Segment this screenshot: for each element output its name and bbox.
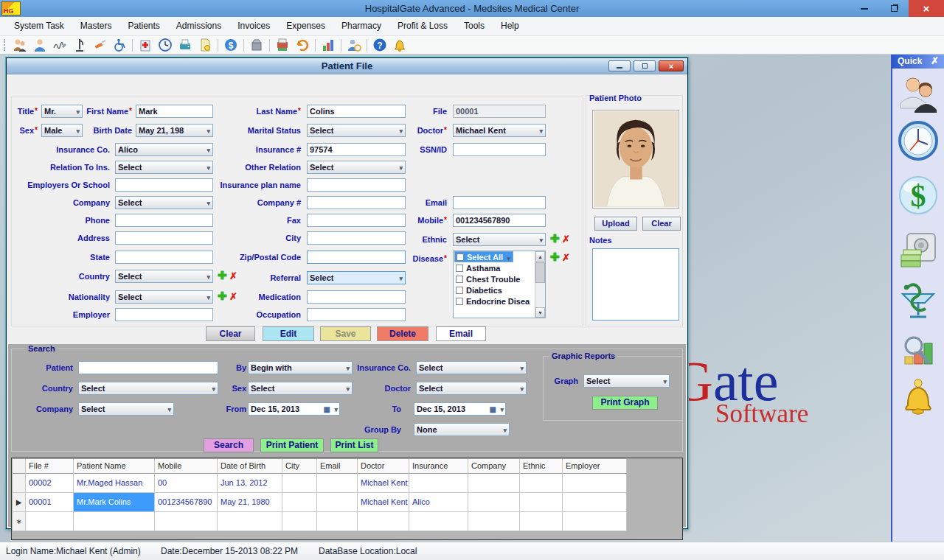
grid-cell-empty[interactable] <box>26 512 74 531</box>
phone-input[interactable] <box>115 214 213 227</box>
grid-column-header[interactable]: Employer <box>563 459 627 474</box>
grid-cell[interactable] <box>520 474 563 493</box>
search-from-date[interactable]: Dec 15, 2013▦ <box>248 402 340 416</box>
birth-date-select[interactable]: May 21, 198 <box>136 124 213 137</box>
quick-reminders-icon[interactable] <box>898 377 939 419</box>
lab-stand-icon[interactable] <box>72 38 87 52</box>
toolbar-grip[interactable] <box>4 39 6 51</box>
grid-column-header[interactable]: Email <box>317 459 358 474</box>
edit-button[interactable]: Edit <box>263 326 314 341</box>
menu-item-system-task[interactable]: System Task <box>6 17 72 35</box>
menu-item-admissions[interactable]: Admissions <box>168 17 229 35</box>
grid-column-header[interactable]: Ethnic <box>520 459 563 474</box>
grid-cell[interactable] <box>468 493 520 512</box>
disease-listbox[interactable]: Select AllAllergyAsthamaChest TroubleDia… <box>453 251 546 318</box>
disease-option[interactable]: Chest Trouble <box>454 273 535 284</box>
relation-to-ins-select[interactable]: Select <box>115 161 213 174</box>
save-button[interactable]: Save <box>320 326 371 341</box>
grid-cell[interactable]: Jun 13, 2012 <box>218 474 282 493</box>
menu-item-profit-loss[interactable]: Profit & Loss <box>389 17 456 35</box>
injection-icon[interactable] <box>92 38 107 52</box>
grid-cell-empty[interactable] <box>155 512 218 531</box>
search-sex-select[interactable]: Select <box>248 382 353 395</box>
search-insurance-select[interactable]: Select <box>416 361 527 374</box>
grid-column-header[interactable]: Date of Birth <box>218 459 282 474</box>
quick-cash-safe-icon[interactable] <box>898 230 939 271</box>
disease-checkbox[interactable] <box>456 276 463 283</box>
search-company-select[interactable]: Select <box>78 402 174 416</box>
grid-column-header[interactable]: Patient Name <box>74 459 155 474</box>
grid-cell[interactable] <box>468 474 520 493</box>
grid-cell[interactable] <box>563 493 627 512</box>
grid-cell-empty[interactable] <box>468 512 520 531</box>
ssn-input[interactable] <box>453 143 546 156</box>
menu-item-pharmacy[interactable]: Pharmacy <box>333 17 389 35</box>
grid-cell-empty[interactable] <box>218 512 282 531</box>
search-to-date[interactable]: Dec 15, 2013▦ <box>414 402 506 416</box>
disease-checkbox[interactable] <box>456 298 463 305</box>
close-button[interactable]: × <box>909 0 944 17</box>
menu-item-tools[interactable]: Tools <box>456 17 493 35</box>
search-patient-input[interactable] <box>78 361 218 374</box>
employer-input[interactable] <box>115 308 213 321</box>
ethnic-add-icon[interactable]: ✚ <box>550 234 560 243</box>
disease-checkbox[interactable] <box>456 287 463 294</box>
grid-cell[interactable] <box>520 493 563 512</box>
restore-button[interactable] <box>879 0 909 17</box>
grid-cell[interactable] <box>282 474 317 493</box>
patient-window-titlebar[interactable]: Patient File × <box>7 58 687 74</box>
reminder-bell-icon[interactable] <box>392 38 407 52</box>
table-new-row[interactable]: ∗ <box>13 512 627 531</box>
menu-item-invoices[interactable]: Invoices <box>229 17 278 35</box>
ethnic-select[interactable]: Select <box>453 233 546 246</box>
menu-item-patients[interactable]: Patients <box>120 17 168 35</box>
patient-window-minimize-button[interactable] <box>608 60 631 71</box>
print-cash-icon[interactable] <box>275 38 290 52</box>
photo-clear-button[interactable]: Clear <box>642 217 681 231</box>
print-patient-button[interactable]: Print Patient <box>260 438 324 452</box>
ethnic-delete-icon[interactable]: ✗ <box>562 234 570 244</box>
email-input[interactable] <box>453 196 546 209</box>
sex-select[interactable]: Male <box>41 124 83 137</box>
disease-option[interactable]: Endocrine Disea <box>454 295 535 307</box>
email-button[interactable]: Email <box>436 326 486 341</box>
first-name-input[interactable]: Mark <box>136 105 213 118</box>
employers-or-school-input[interactable] <box>115 178 213 192</box>
signature-icon[interactable] <box>52 38 67 52</box>
search-doctor-select[interactable]: Select <box>416 382 527 395</box>
grid-cell[interactable]: Mr.Maged Hassan <box>74 474 155 493</box>
country-select[interactable]: Select <box>115 270 213 283</box>
quick-billing-icon[interactable]: $ <box>898 175 939 216</box>
insurance-co-select[interactable]: Alico <box>115 143 213 156</box>
grid-cell[interactable]: Alico <box>409 493 468 512</box>
menu-item-masters[interactable]: Masters <box>72 17 120 35</box>
insurance-plan-input[interactable] <box>307 178 406 192</box>
row-selector[interactable] <box>13 474 26 493</box>
company-select[interactable]: Select <box>115 196 213 209</box>
scroll-down-icon[interactable]: ▼ <box>535 307 545 318</box>
grid-cell-empty[interactable] <box>358 512 409 531</box>
grid-cell[interactable]: Mr.Mark Colins <box>74 493 155 512</box>
patients-group-icon[interactable] <box>13 38 27 52</box>
patient-window-maximize-button[interactable] <box>634 60 656 71</box>
group-by-select[interactable]: None <box>414 423 510 436</box>
address-input[interactable] <box>115 231 213 245</box>
grid-cell-empty[interactable] <box>74 512 155 531</box>
grid-cell-empty[interactable] <box>563 512 627 531</box>
grid-cell[interactable] <box>317 493 358 512</box>
referral-select[interactable]: Select <box>307 271 406 284</box>
quick-patients-icon[interactable] <box>898 74 939 115</box>
menu-item-expenses[interactable]: Expenses <box>278 17 333 35</box>
menu-item-help[interactable]: Help <box>493 17 527 35</box>
row-selector[interactable]: ▶ <box>13 493 26 512</box>
disease-checkbox[interactable] <box>457 253 464 261</box>
graph-select[interactable]: Select <box>583 374 670 388</box>
grid-column-header[interactable]: File # <box>26 459 74 474</box>
disease-add-icon[interactable]: ✚ <box>550 252 560 262</box>
notes-textarea[interactable] <box>592 248 679 321</box>
grid-cell[interactable]: 00002 <box>26 474 74 493</box>
grid-cell-empty[interactable] <box>520 512 563 531</box>
grid-cell[interactable] <box>317 474 358 493</box>
quick-pharmacy-icon[interactable] <box>898 280 939 321</box>
grid-cell-empty[interactable] <box>409 512 468 531</box>
